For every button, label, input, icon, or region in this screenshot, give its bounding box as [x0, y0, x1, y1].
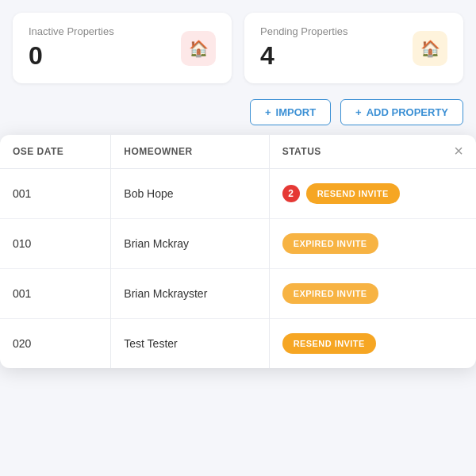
cell-homeowner: Bob Hope — [111, 169, 269, 219]
add-property-plus-icon: + — [355, 106, 362, 118]
properties-panel: × OSE DATE HOMEOWNER STATUS 001Bob Hope2… — [0, 135, 476, 368]
inactive-card-icon: 🏠 — [181, 31, 216, 66]
close-button[interactable]: × — [454, 143, 463, 159]
col-header-close-date: OSE DATE — [0, 135, 111, 169]
inactive-card-title: Inactive Properties — [29, 25, 114, 37]
cell-homeowner: Test Tester — [111, 319, 269, 369]
pending-card-icon: 🏠 — [413, 31, 447, 66]
inactive-card-left: Inactive Properties 0 — [29, 25, 114, 71]
table-row: 020Test TesterRESEND INVITE — [0, 319, 476, 369]
cell-close-date: 001 — [0, 169, 111, 219]
inactive-card-value: 0 — [29, 40, 114, 71]
table-header-row: OSE DATE HOMEOWNER STATUS — [0, 135, 476, 169]
expired-invite-button[interactable]: EXPIRED INVITE — [282, 233, 378, 254]
resend-invite-button[interactable]: RESEND INVITE — [282, 333, 376, 354]
col-header-homeowner: HOMEOWNER — [111, 135, 269, 169]
table-row: 001Brian MckraysterEXPIRED INVITE — [0, 269, 476, 319]
cell-close-date: 020 — [0, 319, 111, 369]
inactive-properties-card: Inactive Properties 0 🏠 — [13, 13, 232, 83]
cell-homeowner: Brian Mckrayster — [111, 269, 269, 319]
cell-close-date: 010 — [0, 219, 111, 269]
col-header-status: STATUS — [269, 135, 476, 169]
cell-status: EXPIRED INVITE — [269, 269, 476, 319]
expired-invite-button[interactable]: EXPIRED INVITE — [282, 283, 378, 304]
cards-section: Inactive Properties 0 🏠 Pending Properti… — [0, 0, 476, 83]
cell-homeowner: Brian Mckray — [111, 219, 269, 269]
pending-card-left: Pending Properties 4 — [260, 25, 348, 71]
notification-badge: 2 — [282, 185, 300, 202]
home-icon-red: 🏠 — [189, 39, 209, 58]
cell-status: EXPIRED INVITE — [269, 219, 476, 269]
properties-table: OSE DATE HOMEOWNER STATUS 001Bob Hope2RE… — [0, 135, 476, 368]
import-label: IMPORT — [276, 106, 317, 118]
table-container: OSE DATE HOMEOWNER STATUS 001Bob Hope2RE… — [0, 135, 476, 368]
import-button[interactable]: + IMPORT — [250, 99, 331, 125]
resend-invite-button[interactable]: RESEND INVITE — [306, 183, 400, 204]
action-bar: + IMPORT + ADD PROPERTY — [0, 83, 476, 135]
add-property-button[interactable]: + ADD PROPERTY — [340, 99, 463, 125]
table-row: 010Brian MckrayEXPIRED INVITE — [0, 219, 476, 269]
cell-status: RESEND INVITE — [269, 319, 476, 369]
add-property-label: ADD PROPERTY — [367, 106, 448, 118]
cell-status: 2RESEND INVITE — [269, 169, 476, 219]
home-icon-yellow: 🏠 — [420, 39, 440, 58]
pending-card-title: Pending Properties — [260, 25, 348, 37]
cell-close-date: 001 — [0, 269, 111, 319]
pending-card-value: 4 — [260, 40, 348, 71]
import-plus-icon: + — [265, 106, 271, 118]
pending-properties-card: Pending Properties 4 🏠 — [244, 13, 463, 83]
table-row: 001Bob Hope2RESEND INVITE — [0, 169, 476, 219]
